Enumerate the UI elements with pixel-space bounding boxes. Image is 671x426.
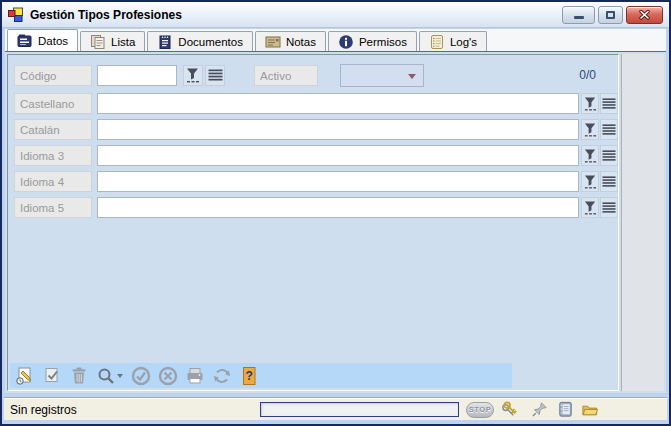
help-icon: ? <box>239 366 259 386</box>
refresh-icon <box>212 366 232 386</box>
svg-text:?: ? <box>246 369 253 383</box>
help-button[interactable]: ? <box>239 366 259 386</box>
window-controls <box>562 6 663 24</box>
pin-icon[interactable] <box>530 400 549 419</box>
filter-funnel-icon <box>583 200 598 216</box>
activo-combobox[interactable] <box>340 64 424 87</box>
idioma3-label: Idioma 3 <box>14 145 92 166</box>
accept-button[interactable] <box>131 366 151 386</box>
idioma4-label: Idioma 4 <box>14 171 92 192</box>
codigo-label: Código <box>14 65 92 86</box>
filter-funnel-icon <box>185 67 201 84</box>
tab-lista[interactable]: Lista <box>80 31 145 51</box>
tab-notas[interactable]: Notas <box>255 31 326 51</box>
record-toolbar: ? <box>10 363 512 388</box>
catalan-label: Catalán <box>14 119 92 140</box>
idioma5-input[interactable] <box>97 197 579 218</box>
accept-circle-icon <box>131 366 151 386</box>
delete-record-button[interactable] <box>69 366 89 386</box>
notepad-icon <box>157 34 173 50</box>
cancel-button[interactable] <box>158 366 178 386</box>
catalan-input[interactable] <box>97 119 579 140</box>
titlebar[interactable]: Gestión Tipos Profesiones <box>2 2 669 28</box>
window-title: Gestión Tipos Profesiones <box>30 8 182 22</box>
filter-funnel-icon <box>583 174 598 190</box>
list-lines-icon <box>602 123 616 137</box>
tab-permisos[interactable]: Permisos <box>328 31 417 51</box>
idioma3-input[interactable] <box>97 145 579 166</box>
list-lines-icon <box>602 175 616 189</box>
activo-label: Activo <box>254 65 318 86</box>
print-button[interactable] <box>185 366 205 386</box>
cancel-circle-icon <box>158 366 178 386</box>
minimize-icon <box>574 16 584 19</box>
castellano-filter-button[interactable] <box>581 93 599 114</box>
codigo-list-button[interactable] <box>205 65 225 86</box>
edit-record-button[interactable] <box>42 366 62 386</box>
idioma3-list-button[interactable] <box>600 145 618 166</box>
search-button[interactable] <box>96 366 124 386</box>
tab-label: Documentos <box>178 36 243 48</box>
close-button[interactable] <box>626 6 663 24</box>
castellano-list-button[interactable] <box>600 93 618 114</box>
codigo-input[interactable] <box>97 65 177 86</box>
maximize-button[interactable] <box>598 6 623 24</box>
datos-tab-page: Código Activo 0/0 Castellano <box>5 51 666 393</box>
edit-record-icon <box>42 366 62 386</box>
idioma5-label: Idioma 5 <box>14 197 92 218</box>
codigo-filter-button[interactable] <box>183 65 203 86</box>
close-icon <box>639 10 650 20</box>
list-lines-icon <box>602 97 616 111</box>
tab-label: Datos <box>38 35 68 47</box>
log-list-icon <box>429 34 445 50</box>
pages-icon <box>90 34 106 50</box>
open-folder-icon[interactable] <box>580 400 599 419</box>
progress-bar <box>260 402 459 417</box>
new-record-button[interactable] <box>15 366 35 386</box>
search-dropdown-icon <box>117 374 123 378</box>
status-bar: Sin registros STOP <box>4 397 667 420</box>
idioma3-filter-button[interactable] <box>581 145 599 166</box>
tab-label: Notas <box>286 36 316 48</box>
logbook-icon[interactable] <box>556 400 575 419</box>
app-icon <box>8 7 24 23</box>
castellano-input[interactable] <box>97 93 579 114</box>
chevron-down-icon <box>408 74 416 79</box>
keys-icon[interactable] <box>500 400 519 419</box>
idioma5-list-button[interactable] <box>600 197 618 218</box>
record-counter: 0/0 <box>579 68 596 82</box>
idioma4-input[interactable] <box>97 171 579 192</box>
filter-funnel-icon <box>583 148 598 164</box>
info-circle-icon <box>338 34 354 50</box>
form-card-icon <box>17 33 33 49</box>
printer-icon <box>185 366 205 386</box>
trash-icon <box>69 366 89 386</box>
stop-button[interactable]: STOP <box>466 402 494 418</box>
list-lines-icon <box>602 149 616 163</box>
filter-funnel-icon <box>583 96 598 112</box>
idioma5-filter-button[interactable] <box>581 197 599 218</box>
fields-panel: Código Activo 0/0 Castellano <box>7 54 619 391</box>
refresh-button[interactable] <box>212 366 232 386</box>
app-window: Gestión Tipos Profesiones Datos <box>0 0 671 426</box>
status-message: Sin registros <box>10 403 77 417</box>
right-strip <box>621 54 664 391</box>
list-lines-icon <box>208 68 223 83</box>
tab-label: Log's <box>450 36 477 48</box>
idioma4-filter-button[interactable] <box>581 171 599 192</box>
idioma4-list-button[interactable] <box>600 171 618 192</box>
catalan-list-button[interactable] <box>600 119 618 140</box>
tab-label: Permisos <box>359 36 407 48</box>
tab-documentos[interactable]: Documentos <box>147 31 253 51</box>
filter-funnel-icon <box>583 122 598 138</box>
minimize-button[interactable] <box>562 6 595 24</box>
search-icon <box>97 367 115 385</box>
tab-logs[interactable]: Log's <box>419 31 487 51</box>
new-record-icon <box>15 366 35 386</box>
catalan-filter-button[interactable] <box>581 119 599 140</box>
tab-datos[interactable]: Datos <box>7 29 78 51</box>
castellano-label: Castellano <box>14 93 92 114</box>
maximize-icon <box>606 11 615 19</box>
tab-label: Lista <box>111 36 135 48</box>
list-lines-icon <box>602 201 616 215</box>
